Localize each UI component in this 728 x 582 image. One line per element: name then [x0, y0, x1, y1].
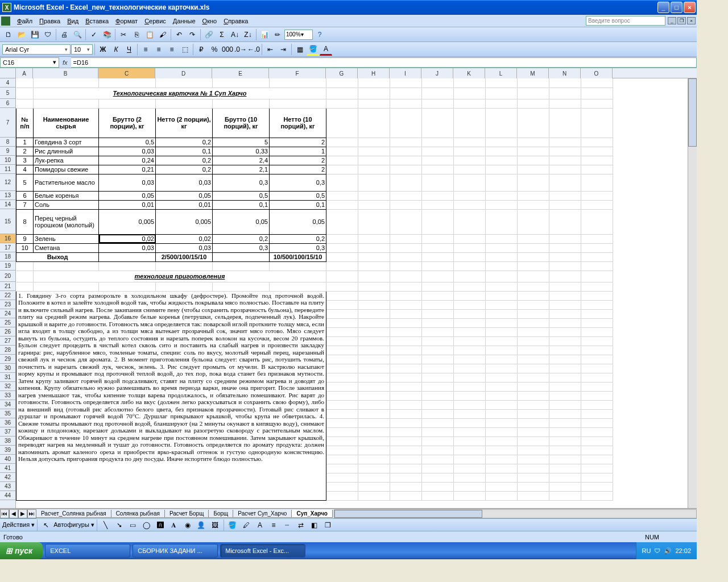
research-icon[interactable]: 📚 — [101, 28, 113, 41]
clock[interactable]: 22:02 — [675, 547, 691, 554]
copy-icon[interactable]: ⎘ — [130, 28, 143, 41]
row-header-26[interactable]: 26 — [0, 327, 15, 336]
spreadsheet-grid[interactable]: ABCDEFGHIJKLMNO 456789101112131415161718… — [0, 68, 697, 508]
help-question-input[interactable]: Введите вопрос — [586, 16, 665, 26]
bold-icon[interactable]: Ж — [97, 43, 109, 56]
row-header-32[interactable]: 32 — [0, 382, 15, 391]
fill-color-draw-icon[interactable]: 🪣 — [226, 519, 239, 531]
drawing-icon[interactable]: ✏ — [271, 28, 284, 41]
vertical-scrollbar[interactable] — [688, 78, 697, 508]
menu-файл[interactable]: Файл — [14, 16, 36, 26]
row-header-11[interactable]: 11 — [0, 165, 15, 174]
comma-icon[interactable]: 000 — [221, 43, 234, 56]
sheet-tab[interactable]: Расчет Суп_Харчо — [233, 510, 292, 518]
inc-indent-icon[interactable]: ⇥ — [277, 43, 289, 56]
underline-icon[interactable]: Ч — [123, 43, 135, 56]
row-header-19[interactable]: 19 — [0, 261, 15, 271]
row-header-12[interactable]: 12 — [0, 174, 15, 191]
row-header-35[interactable]: 35 — [0, 409, 15, 418]
col-header-K[interactable]: K — [453, 68, 485, 78]
col-header-B[interactable]: B — [33, 68, 98, 78]
align-center-icon[interactable]: ≡ — [152, 43, 165, 56]
row-header-16[interactable]: 16 — [0, 234, 15, 243]
horizontal-scrollbar[interactable] — [334, 509, 697, 518]
inc-decimal-icon[interactable]: .0→ — [234, 43, 247, 56]
row-header-21[interactable]: 21 — [0, 282, 15, 291]
actions-menu[interactable]: Действия ▾ — [2, 521, 35, 529]
menu-формат[interactable]: Формат — [112, 16, 141, 26]
taskbar-item[interactable]: Microsoft Excel - Exc... — [220, 544, 305, 558]
sort-desc-icon[interactable]: Z↓ — [242, 28, 254, 41]
maximize-button[interactable]: □ — [671, 2, 682, 13]
menu-справка[interactable]: Справка — [220, 16, 251, 26]
redo-icon[interactable]: ↷ — [186, 28, 198, 41]
tray-icon[interactable]: 🔊 — [664, 547, 672, 555]
row-header-20[interactable]: 20 — [0, 271, 15, 282]
col-header-N[interactable]: N — [549, 68, 581, 78]
line-color-icon[interactable]: 🖊 — [240, 519, 253, 531]
sheet-tab[interactable]: Расчет_Солянка рыбная — [36, 510, 111, 518]
row-header-41[interactable]: 41 — [0, 464, 15, 473]
col-header-O[interactable]: O — [581, 68, 613, 78]
col-header-H[interactable]: H — [358, 68, 390, 78]
row-header-42[interactable]: 42 — [0, 473, 15, 482]
menu-данные[interactable]: Данные — [169, 16, 199, 26]
tab-nav-last[interactable]: ⏭ — [27, 509, 36, 518]
font-color-draw-icon[interactable]: A — [254, 519, 266, 531]
row-header-8[interactable]: 8 — [0, 138, 15, 147]
row-header-4[interactable]: 4 — [0, 78, 15, 88]
align-right-icon[interactable]: ≡ — [166, 43, 178, 56]
permission-icon[interactable]: 🛡 — [42, 28, 54, 41]
dec-decimal-icon[interactable]: ←.0 — [247, 43, 260, 56]
col-header-E[interactable]: E — [212, 68, 269, 78]
tab-nav-prev[interactable]: ◀ — [9, 509, 18, 518]
menu-вид[interactable]: Вид — [64, 16, 82, 26]
row-header-24[interactable]: 24 — [0, 309, 15, 318]
row-header-39[interactable]: 39 — [0, 446, 15, 455]
align-left-icon[interactable]: ≡ — [139, 43, 152, 56]
close-button[interactable]: × — [684, 2, 696, 13]
col-header-I[interactable]: I — [390, 68, 421, 78]
menu-окно[interactable]: Окно — [199, 16, 221, 26]
sheet-tab[interactable]: Суп_Харчо — [291, 510, 332, 518]
row-header-14[interactable]: 14 — [0, 200, 15, 209]
preview-icon[interactable]: 🔍 — [71, 28, 84, 41]
system-tray[interactable]: RU 🛡 🔊 22:02 — [636, 542, 697, 559]
picture-icon[interactable]: 🖼 — [209, 519, 221, 531]
row-header-36[interactable]: 36 — [0, 418, 15, 427]
new-icon[interactable]: 🗋 — [2, 28, 15, 41]
doc-close-button[interactable]: × — [687, 17, 696, 24]
oval-icon[interactable]: ◯ — [140, 519, 153, 531]
col-header-A[interactable]: A — [16, 68, 33, 78]
line-style-icon[interactable]: ≡ — [267, 519, 280, 531]
row-header-29[interactable]: 29 — [0, 355, 15, 364]
merge-icon[interactable]: ⬚ — [179, 43, 191, 56]
row-header-17[interactable]: 17 — [0, 243, 15, 252]
row-header-23[interactable]: 23 — [0, 300, 15, 309]
row-header-18[interactable]: 18 — [0, 252, 15, 261]
row-header-28[interactable]: 28 — [0, 346, 15, 355]
row-header-44[interactable]: 44 — [0, 491, 15, 500]
row-header-6[interactable]: 6 — [0, 99, 15, 108]
hyperlink-icon[interactable]: 🔗 — [202, 28, 215, 41]
sort-asc-icon[interactable]: A↓ — [229, 28, 241, 41]
tray-icon[interactable]: 🛡 — [654, 547, 660, 554]
row-header-5[interactable]: 5 — [0, 88, 15, 99]
col-header-D[interactable]: D — [155, 68, 212, 78]
tab-nav-first[interactable]: ⏮ — [0, 509, 9, 518]
save-icon[interactable]: 💾 — [28, 28, 41, 41]
sheet-tab[interactable]: Борщ — [208, 510, 233, 518]
chart-icon[interactable]: 📊 — [258, 28, 271, 41]
autosum-icon[interactable]: Σ — [216, 28, 228, 41]
autoshapes-menu[interactable]: Автофигуры ▾ — [53, 521, 94, 529]
row-header-10[interactable]: 10 — [0, 156, 15, 165]
doc-minimize-button[interactable]: _ — [668, 17, 676, 24]
minimize-button[interactable]: _ — [657, 2, 669, 13]
currency-icon[interactable]: ₽ — [195, 43, 208, 56]
tab-nav-next[interactable]: ▶ — [18, 509, 27, 518]
col-header-C[interactable]: C — [98, 68, 155, 78]
col-header-G[interactable]: G — [326, 68, 358, 78]
font-size-combo[interactable]: 10▾ — [71, 44, 93, 55]
line-icon[interactable]: ╲ — [100, 519, 112, 531]
select-objects-icon[interactable]: ↖ — [40, 519, 52, 531]
